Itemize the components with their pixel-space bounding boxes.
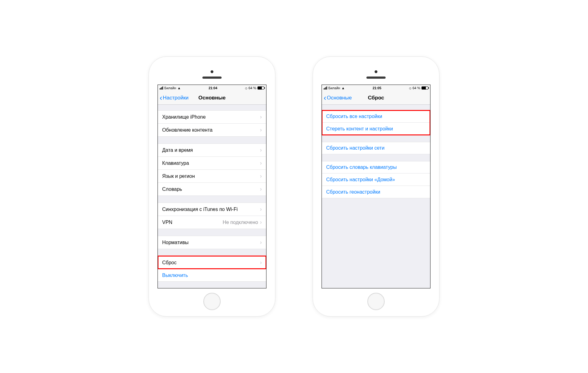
status-right: ⦶ 64 % bbox=[409, 86, 428, 90]
chevron-right-icon: › bbox=[260, 219, 262, 226]
nav-bar: ‹ Настройки Основные bbox=[158, 91, 266, 105]
cell-vpn[interactable]: VPN Не подключено › bbox=[158, 216, 266, 229]
chevron-right-icon: › bbox=[260, 206, 262, 213]
alarm-icon: ⦶ bbox=[409, 86, 411, 90]
cell-label: Клавиатура bbox=[162, 160, 260, 166]
cell-label: Язык и регион bbox=[162, 173, 260, 179]
back-button[interactable]: ‹ Настройки bbox=[158, 94, 188, 102]
carrier-label: Билайн bbox=[164, 86, 176, 90]
cell-regulatory[interactable]: Нормативы › bbox=[158, 236, 266, 249]
cell-reset-home-layout[interactable]: Сбросить настройки «Домой» bbox=[322, 173, 430, 186]
cell-label: Сбросить словарь клавиатуры bbox=[326, 165, 426, 170]
chevron-right-icon: › bbox=[260, 259, 262, 266]
status-left: Билайн ▲ bbox=[160, 86, 181, 90]
status-time: 21:04 bbox=[209, 86, 217, 90]
wifi-icon: ▲ bbox=[177, 86, 181, 90]
cell-label: Синхронизация с iTunes по Wi-Fi bbox=[162, 207, 260, 212]
cell-label: Нормативы bbox=[162, 240, 260, 245]
cell-label: Выключить bbox=[162, 273, 262, 278]
battery-pct: 64 % bbox=[413, 86, 420, 90]
status-time: 21:05 bbox=[373, 86, 381, 90]
battery-pct: 64 % bbox=[249, 86, 256, 90]
cell-date-time[interactable]: Дата и время › bbox=[158, 143, 266, 157]
group-storage: Хранилище iPhone › Обновление контента › bbox=[158, 110, 266, 137]
status-bar: Билайн ▲ 21:05 ⦶ 64 % bbox=[322, 85, 430, 91]
speaker-slot bbox=[202, 77, 222, 79]
cell-itunes-wifi-sync[interactable]: Синхронизация с iTunes по Wi-Fi › bbox=[158, 203, 266, 216]
chevron-left-icon: ‹ bbox=[324, 94, 326, 102]
status-bar: Билайн ▲ 21:04 ⦶ 64 % bbox=[158, 85, 266, 91]
cell-label: Сбросить все настройки bbox=[326, 114, 426, 119]
group-reset-other: Сбросить словарь клавиатуры Сбросить нас… bbox=[322, 161, 430, 198]
settings-content[interactable]: Хранилище iPhone › Обновление контента ›… bbox=[158, 105, 266, 288]
back-label: Основные bbox=[327, 95, 352, 101]
signal-icon bbox=[324, 86, 327, 90]
phone-right: Билайн ▲ 21:05 ⦶ 64 % ‹ Основные Сброс С… bbox=[313, 56, 439, 317]
cell-storage[interactable]: Хранилище iPhone › bbox=[158, 110, 266, 124]
chevron-right-icon: › bbox=[260, 186, 262, 192]
status-right: ⦶ 64 % bbox=[245, 86, 264, 90]
battery-icon bbox=[257, 86, 264, 90]
group-sync: Синхронизация с iTunes по Wi-Fi › VPN Не… bbox=[158, 203, 266, 229]
chevron-right-icon: › bbox=[260, 173, 262, 179]
cell-reset[interactable]: Сброс › bbox=[158, 256, 266, 269]
carrier-label: Билайн bbox=[328, 86, 340, 90]
screen: Билайн ▲ 21:04 ⦶ 64 % ‹ Настройки Основн… bbox=[158, 85, 266, 288]
cell-label: Сбросить настройки сети bbox=[326, 145, 426, 151]
cell-background-refresh[interactable]: Обновление контента › bbox=[158, 124, 266, 137]
back-button[interactable]: ‹ Основные bbox=[322, 94, 352, 102]
cell-label: VPN bbox=[162, 220, 223, 225]
cell-label: Дата и время bbox=[162, 147, 260, 153]
cell-label: Сброс bbox=[162, 260, 260, 265]
phone-left: Билайн ▲ 21:04 ⦶ 64 % ‹ Настройки Основн… bbox=[149, 56, 275, 317]
chevron-left-icon: ‹ bbox=[160, 94, 162, 102]
chevron-right-icon: › bbox=[260, 114, 262, 120]
cell-label: Сбросить геонастройки bbox=[326, 189, 426, 195]
chevron-right-icon: › bbox=[260, 239, 262, 246]
cell-label: Стереть контент и настройки bbox=[326, 126, 426, 132]
alarm-icon: ⦶ bbox=[245, 86, 247, 90]
back-label: Настройки bbox=[163, 95, 188, 101]
speaker-slot bbox=[366, 77, 386, 79]
cell-label: Сбросить настройки «Домой» bbox=[326, 177, 426, 182]
reset-content[interactable]: Сбросить все настройки Стереть контент и… bbox=[322, 105, 430, 288]
cell-keyboard[interactable]: Клавиатура › bbox=[158, 157, 266, 170]
cell-language-region[interactable]: Язык и регион › bbox=[158, 170, 266, 183]
chevron-right-icon: › bbox=[260, 160, 262, 166]
signal-icon bbox=[160, 86, 163, 90]
cell-reset-location[interactable]: Сбросить геонастройки bbox=[322, 186, 430, 198]
cell-label: Хранилище iPhone bbox=[162, 114, 260, 120]
home-button[interactable] bbox=[367, 293, 385, 310]
group-reset: Сброс › Выключить bbox=[158, 256, 266, 282]
cell-label: Обновление контента bbox=[162, 127, 260, 133]
group-reset-network: Сбросить настройки сети bbox=[322, 142, 430, 154]
cell-shutdown[interactable]: Выключить bbox=[158, 269, 266, 282]
cell-label: Словарь bbox=[162, 186, 260, 192]
cell-detail: Не подключено bbox=[223, 220, 258, 225]
nav-bar: ‹ Основные Сброс bbox=[322, 91, 430, 105]
group-locale: Дата и время › Клавиатура › Язык и регио… bbox=[158, 143, 266, 196]
cell-dictionary[interactable]: Словарь › bbox=[158, 183, 266, 196]
cell-reset-keyboard-dict[interactable]: Сбросить словарь клавиатуры bbox=[322, 161, 430, 173]
cell-reset-network[interactable]: Сбросить настройки сети bbox=[322, 142, 430, 154]
home-button[interactable] bbox=[203, 293, 221, 310]
battery-icon bbox=[422, 86, 428, 90]
cell-reset-all-settings[interactable]: Сбросить все настройки bbox=[322, 110, 430, 123]
status-left: Билайн ▲ bbox=[324, 86, 345, 90]
cell-erase-all-content[interactable]: Стереть контент и настройки bbox=[322, 123, 430, 135]
group-reset-all: Сбросить все настройки Стереть контент и… bbox=[322, 110, 430, 135]
wifi-icon: ▲ bbox=[341, 86, 345, 90]
chevron-right-icon: › bbox=[260, 127, 262, 133]
group-regulatory: Нормативы › bbox=[158, 236, 266, 249]
screen: Билайн ▲ 21:05 ⦶ 64 % ‹ Основные Сброс С… bbox=[322, 85, 430, 288]
chevron-right-icon: › bbox=[260, 147, 262, 153]
